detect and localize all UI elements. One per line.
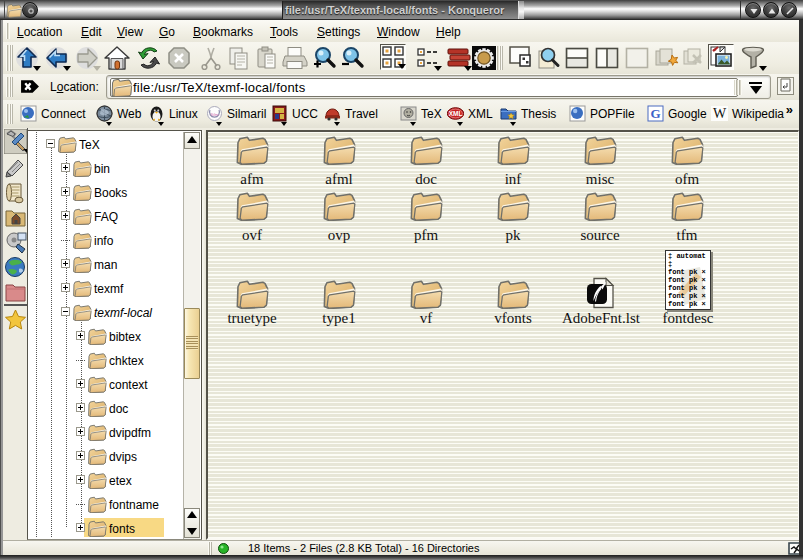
svg-text:Silm: Silm — [211, 112, 219, 117]
svg-text:G: G — [650, 106, 660, 121]
svg-text:XML: XML — [449, 110, 463, 117]
svg-text:W: W — [713, 106, 727, 121]
